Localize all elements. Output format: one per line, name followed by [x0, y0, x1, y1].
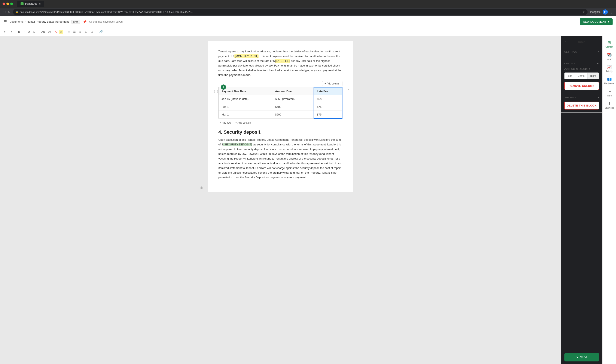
underline-button[interactable]: U — [27, 29, 31, 34]
help-button[interactable]: ⋮ — [610, 10, 614, 14]
active-tab[interactable]: PandaDoc ✕ — [17, 1, 44, 7]
column-chevron-icon[interactable]: ∨ — [597, 62, 599, 65]
delete-block-button-bottom[interactable]: 🗑 — [200, 186, 203, 190]
panel-wrapper: ← Table ⋯ SETTINGS › COLUMN ∨ — [561, 36, 616, 364]
library-icon: 📚 — [607, 52, 612, 57]
toolbar-separator-2 — [38, 30, 38, 34]
remove-column-button[interactable]: REMOVE COLUMN — [564, 82, 599, 90]
breadcrumb-document-name: Rental Property Lease Agreement — [27, 20, 69, 23]
column-section-header: COLUMN ∨ — [564, 62, 599, 65]
settings-section-header: SETTINGS › — [564, 50, 599, 53]
redo-button[interactable]: ↪ — [8, 29, 13, 34]
download-panel-button[interactable]: ⬇ Download — [603, 99, 616, 111]
recipients-panel-button[interactable]: 👥 Recipients — [603, 75, 616, 86]
advanced-chevron-icon[interactable]: › — [598, 96, 599, 99]
recipients-icon: 👥 — [607, 77, 612, 81]
minimize-button[interactable] — [6, 2, 9, 5]
content-panel-button[interactable]: ⊞ Content — [603, 39, 616, 50]
delete-this-block-button[interactable]: DELETE THIS BLOCK — [564, 102, 599, 109]
app-topbar: ☰ Documents / Rental Property Lease Agre… — [0, 16, 616, 27]
ordered-list-button[interactable]: ☰ — [72, 29, 77, 34]
align-left-button[interactable]: Left — [565, 73, 576, 79]
browser-toolbar-right: Incognito TT ⋮ — [590, 9, 614, 14]
align-button[interactable]: ≡ — [67, 29, 71, 34]
column-alignment-label: COLUMN ALIGNMENT — [564, 68, 590, 71]
advanced-section-header: ADVANCED › — [564, 96, 599, 99]
column-label: COLUMN — [564, 62, 575, 65]
table-cell-latefee-1: $50 — [314, 95, 342, 103]
menu-button[interactable]: ☰ — [3, 19, 7, 24]
table-cell-date-3: Mar 1 — [218, 111, 272, 118]
link-button[interactable]: 🔗 — [98, 29, 104, 34]
table-row: Jan 15 (Move in date) $250 (Prorated) $5… — [218, 95, 342, 103]
italic-button[interactable]: I — [22, 29, 26, 34]
data-table: Payment Due Date Amount Due Late Fee Jan… — [218, 87, 342, 119]
forward-button[interactable]: › — [5, 10, 6, 14]
table-controls-top: + Add column — [218, 81, 342, 86]
font-size-button[interactable]: Aa — [40, 29, 46, 34]
settings-chevron-icon[interactable]: › — [598, 50, 599, 53]
activity-panel-button[interactable]: 📈 Activity — [603, 63, 616, 74]
topbar-right: NEW DOCUMENT ▾ — [580, 18, 613, 25]
saved-status: All changes have been saved — [89, 20, 123, 23]
tab-bar: PandaDoc ✕ + — [17, 1, 614, 7]
line-height-button[interactable]: A↕ — [47, 29, 53, 34]
monthly-rent-highlight: [MONTHLY RENT] — [234, 54, 259, 58]
nav-buttons: ‹ › ↻ — [2, 10, 11, 14]
reload-button[interactable]: ↻ — [8, 10, 11, 14]
unordered-list-button[interactable]: ≣ — [78, 29, 83, 34]
strikethrough-button[interactable]: S — [32, 29, 36, 34]
indent-button[interactable]: ⊟ — [90, 29, 94, 34]
tab-close-icon[interactable]: ✕ — [39, 3, 41, 5]
advanced-section: ADVANCED › DELETE THIS BLOCK — [561, 93, 602, 113]
new-tab-button[interactable]: + — [46, 2, 48, 6]
maximize-button[interactable] — [10, 2, 13, 5]
panel-back-button[interactable]: ← — [564, 40, 568, 44]
pin-icon: 📌 — [83, 20, 86, 24]
table-menu-button[interactable]: ⋯ — [346, 88, 349, 91]
table-cell-amount-1: $250 (Prorated) — [272, 95, 314, 103]
breadcrumb: Documents / Rental Property Lease Agreem… — [9, 20, 69, 23]
insert-above-button[interactable]: + — [221, 84, 226, 90]
url-box[interactable]: 🔒 app.pandadoc.com/a/#/document/v1/edito… — [13, 9, 588, 15]
outdent-button[interactable]: ⊞ — [84, 29, 89, 34]
content-label: Content — [605, 46, 613, 48]
more-icon: ⋯ — [607, 89, 611, 94]
font-color-button[interactable]: A — [54, 29, 58, 34]
library-panel-button[interactable]: 📚 Library — [603, 51, 616, 62]
highlight-button[interactable]: A — [59, 30, 63, 34]
add-column-button[interactable]: + Add column — [322, 81, 342, 86]
align-center-button[interactable]: Center — [576, 73, 587, 79]
table-row: Feb 1 $500 $75 — [218, 103, 342, 111]
table-wrapper: + ⋮⋮ Payment Due Date Amount Due Late Fe… — [218, 87, 342, 119]
paragraph-security: Upon execution of this Rental Property L… — [218, 138, 342, 180]
more-panel-button[interactable]: ⋯ More — [603, 87, 616, 99]
add-section-button[interactable]: + Add section — [234, 120, 252, 125]
user-avatar[interactable]: TT — [603, 9, 608, 14]
url-text: app.pandadoc.com/a/#/document/v1/editor/… — [20, 11, 581, 13]
lock-icon: 🔒 — [16, 11, 18, 13]
align-right-button[interactable]: Right — [588, 73, 599, 79]
new-document-button[interactable]: NEW DOCUMENT ▾ — [580, 18, 613, 25]
titlebar: PandaDoc ✕ + — [0, 0, 616, 8]
send-button[interactable]: ➤ Send — [564, 353, 599, 362]
table-drag-handle[interactable]: ⋮⋮ — [213, 90, 219, 93]
urlbar: ‹ › ↻ 🔒 app.pandadoc.com/a/#/document/v1… — [0, 8, 616, 16]
bold-button[interactable]: B — [17, 29, 21, 34]
bookmark-icon[interactable]: ☆ — [583, 11, 585, 13]
panel-more-button[interactable]: ⋯ — [595, 39, 599, 44]
recipients-label: Recipients — [604, 82, 614, 85]
main-layout: Tenant agrees to pay Landlord in advance… — [0, 36, 616, 364]
toolbar-separator-3 — [65, 30, 65, 34]
table-cell-latefee-2: $75 — [314, 103, 342, 111]
settings-section: SETTINGS › — [561, 47, 602, 59]
download-label: Download — [604, 107, 614, 109]
close-button[interactable] — [2, 2, 5, 5]
add-row-button[interactable]: + Add row — [218, 120, 232, 125]
back-button[interactable]: ‹ — [2, 10, 4, 14]
document-area[interactable]: Tenant agrees to pay Landlord in advance… — [0, 36, 561, 364]
breadcrumb-documents[interactable]: Documents — [9, 20, 24, 23]
send-label: Send — [580, 355, 587, 359]
more-label: More — [607, 94, 612, 97]
undo-button[interactable]: ↩ — [2, 29, 8, 34]
